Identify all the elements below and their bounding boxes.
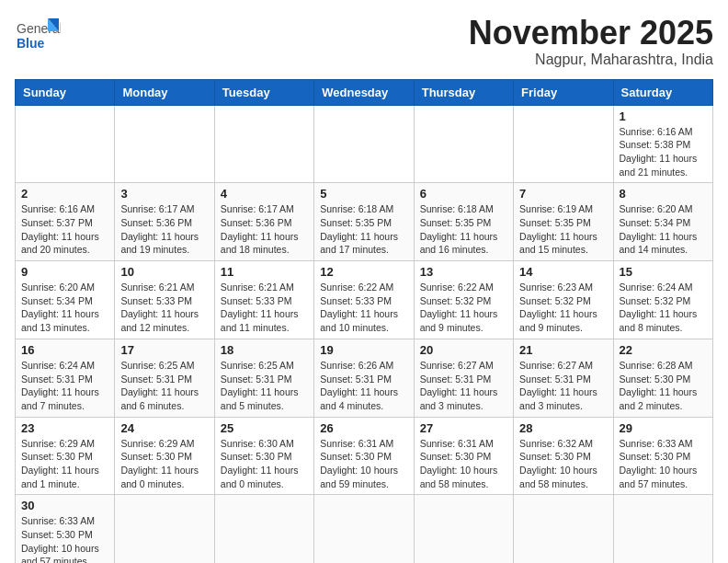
day-number: 3: [120, 187, 208, 201]
day-number: 10: [120, 265, 208, 279]
day-info: Sunrise: 6:33 AM Sunset: 5:30 PM Dayligh…: [21, 514, 108, 563]
day-info: Sunrise: 6:21 AM Sunset: 5:33 PM Dayligh…: [120, 281, 208, 335]
table-row: [214, 105, 313, 183]
day-number: 24: [120, 421, 208, 435]
table-row: 26Sunrise: 6:31 AM Sunset: 5:30 PM Dayli…: [314, 417, 414, 495]
day-number: 18: [221, 343, 308, 357]
table-row: [613, 495, 712, 563]
table-row: 19Sunrise: 6:26 AM Sunset: 5:31 PM Dayli…: [314, 339, 414, 417]
day-info: Sunrise: 6:25 AM Sunset: 5:31 PM Dayligh…: [221, 359, 308, 413]
table-row: [16, 105, 115, 183]
day-number: 27: [420, 421, 507, 435]
calendar-week-row: 16Sunrise: 6:24 AM Sunset: 5:31 PM Dayli…: [16, 339, 713, 417]
day-number: 6: [420, 187, 507, 201]
day-info: Sunrise: 6:29 AM Sunset: 5:30 PM Dayligh…: [120, 437, 208, 491]
day-number: 23: [21, 421, 108, 435]
day-info: Sunrise: 6:17 AM Sunset: 5:36 PM Dayligh…: [120, 202, 208, 257]
col-sunday: Sunday: [16, 79, 115, 105]
table-row: 17Sunrise: 6:25 AM Sunset: 5:31 PM Dayli…: [115, 339, 214, 417]
day-info: Sunrise: 6:18 AM Sunset: 5:35 PM Dayligh…: [320, 202, 407, 257]
day-info: Sunrise: 6:30 AM Sunset: 5:30 PM Dayligh…: [221, 437, 308, 491]
day-number: 22: [620, 343, 707, 357]
day-info: Sunrise: 6:32 AM Sunset: 5:30 PM Dayligh…: [519, 437, 607, 491]
table-row: [115, 105, 214, 183]
day-number: 30: [21, 499, 108, 512]
day-number: 28: [519, 421, 607, 435]
table-row: 8Sunrise: 6:20 AM Sunset: 5:34 PM Daylig…: [613, 183, 712, 261]
day-number: 17: [120, 343, 208, 357]
day-info: Sunrise: 6:31 AM Sunset: 5:30 PM Dayligh…: [320, 437, 407, 491]
day-info: Sunrise: 6:27 AM Sunset: 5:31 PM Dayligh…: [519, 359, 607, 413]
day-number: 29: [620, 421, 707, 435]
month-title: November 2025: [469, 15, 713, 52]
col-monday: Monday: [115, 79, 214, 105]
table-row: 9Sunrise: 6:20 AM Sunset: 5:34 PM Daylig…: [16, 261, 115, 339]
table-row: [214, 495, 313, 563]
day-info: Sunrise: 6:17 AM Sunset: 5:36 PM Dayligh…: [221, 202, 308, 257]
day-number: 11: [221, 265, 308, 279]
table-row: 12Sunrise: 6:22 AM Sunset: 5:33 PM Dayli…: [314, 261, 414, 339]
table-row: 29Sunrise: 6:33 AM Sunset: 5:30 PM Dayli…: [613, 417, 712, 495]
day-number: 15: [620, 265, 707, 279]
day-number: 12: [320, 265, 407, 279]
calendar-header-row: Sunday Monday Tuesday Wednesday Thursday…: [16, 79, 713, 105]
table-row: 24Sunrise: 6:29 AM Sunset: 5:30 PM Dayli…: [115, 417, 214, 495]
table-row: 14Sunrise: 6:23 AM Sunset: 5:32 PM Dayli…: [514, 261, 613, 339]
day-info: Sunrise: 6:22 AM Sunset: 5:32 PM Dayligh…: [420, 281, 507, 335]
day-info: Sunrise: 6:26 AM Sunset: 5:31 PM Dayligh…: [320, 359, 407, 413]
table-row: 6Sunrise: 6:18 AM Sunset: 5:35 PM Daylig…: [414, 183, 513, 261]
table-row: 22Sunrise: 6:28 AM Sunset: 5:30 PM Dayli…: [613, 339, 712, 417]
table-row: [514, 495, 613, 563]
day-number: 16: [21, 343, 108, 357]
table-row: [414, 495, 513, 563]
day-info: Sunrise: 6:31 AM Sunset: 5:30 PM Dayligh…: [420, 437, 507, 491]
table-row: 10Sunrise: 6:21 AM Sunset: 5:33 PM Dayli…: [115, 261, 214, 339]
table-row: 16Sunrise: 6:24 AM Sunset: 5:31 PM Dayli…: [16, 339, 115, 417]
day-number: 20: [420, 343, 507, 357]
table-row: 20Sunrise: 6:27 AM Sunset: 5:31 PM Dayli…: [414, 339, 513, 417]
calendar-week-row: 23Sunrise: 6:29 AM Sunset: 5:30 PM Dayli…: [16, 417, 713, 495]
day-number: 21: [519, 343, 607, 357]
table-row: 28Sunrise: 6:32 AM Sunset: 5:30 PM Dayli…: [514, 417, 613, 495]
day-info: Sunrise: 6:24 AM Sunset: 5:31 PM Dayligh…: [21, 359, 108, 413]
calendar-week-row: 1Sunrise: 6:16 AM Sunset: 5:38 PM Daylig…: [16, 105, 713, 183]
day-number: 7: [519, 187, 607, 201]
calendar-week-row: 30Sunrise: 6:33 AM Sunset: 5:30 PM Dayli…: [16, 495, 713, 563]
day-info: Sunrise: 6:16 AM Sunset: 5:38 PM Dayligh…: [620, 125, 707, 179]
table-row: 23Sunrise: 6:29 AM Sunset: 5:30 PM Dayli…: [16, 417, 115, 495]
logo-svg: General Blue: [15, 15, 61, 61]
svg-text:Blue: Blue: [17, 36, 45, 51]
day-info: Sunrise: 6:28 AM Sunset: 5:30 PM Dayligh…: [620, 359, 707, 413]
day-number: 19: [320, 343, 407, 357]
table-row: [314, 105, 414, 183]
day-info: Sunrise: 6:19 AM Sunset: 5:35 PM Dayligh…: [519, 202, 607, 257]
day-info: Sunrise: 6:20 AM Sunset: 5:34 PM Dayligh…: [620, 202, 707, 257]
day-info: Sunrise: 6:27 AM Sunset: 5:31 PM Dayligh…: [420, 359, 507, 413]
table-row: 13Sunrise: 6:22 AM Sunset: 5:32 PM Dayli…: [414, 261, 513, 339]
table-row: [514, 105, 613, 183]
table-row: 27Sunrise: 6:31 AM Sunset: 5:30 PM Dayli…: [414, 417, 513, 495]
day-info: Sunrise: 6:25 AM Sunset: 5:31 PM Dayligh…: [120, 359, 208, 413]
col-wednesday: Wednesday: [314, 79, 414, 105]
day-number: 25: [221, 421, 308, 435]
day-info: Sunrise: 6:23 AM Sunset: 5:32 PM Dayligh…: [519, 281, 607, 335]
page-header: General Blue November 2025 Nagpur, Mahar…: [15, 15, 713, 68]
table-row: [115, 495, 214, 563]
table-row: 1Sunrise: 6:16 AM Sunset: 5:38 PM Daylig…: [613, 105, 712, 183]
table-row: 7Sunrise: 6:19 AM Sunset: 5:35 PM Daylig…: [514, 183, 613, 261]
table-row: 30Sunrise: 6:33 AM Sunset: 5:30 PM Dayli…: [16, 495, 115, 563]
col-friday: Friday: [514, 79, 613, 105]
location-subtitle: Nagpur, Maharashtra, India: [469, 52, 713, 68]
col-saturday: Saturday: [613, 79, 712, 105]
table-row: 3Sunrise: 6:17 AM Sunset: 5:36 PM Daylig…: [115, 183, 214, 261]
day-number: 26: [320, 421, 407, 435]
day-info: Sunrise: 6:20 AM Sunset: 5:34 PM Dayligh…: [21, 281, 108, 335]
table-row: 4Sunrise: 6:17 AM Sunset: 5:36 PM Daylig…: [214, 183, 313, 261]
table-row: 18Sunrise: 6:25 AM Sunset: 5:31 PM Dayli…: [214, 339, 313, 417]
day-info: Sunrise: 6:16 AM Sunset: 5:37 PM Dayligh…: [21, 202, 108, 257]
table-row: 15Sunrise: 6:24 AM Sunset: 5:32 PM Dayli…: [613, 261, 712, 339]
day-number: 1: [620, 109, 707, 123]
table-row: 5Sunrise: 6:18 AM Sunset: 5:35 PM Daylig…: [314, 183, 414, 261]
day-number: 4: [221, 187, 308, 201]
day-number: 9: [21, 265, 108, 279]
